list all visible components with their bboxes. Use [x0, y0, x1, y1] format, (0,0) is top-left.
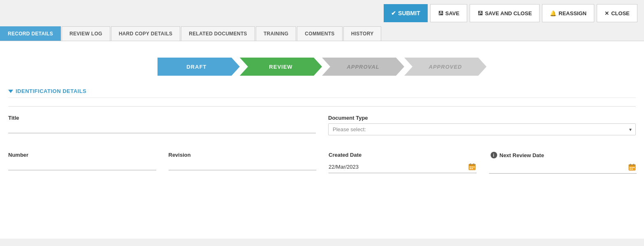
- tab-record-details[interactable]: RECORD DETAILS: [0, 26, 61, 41]
- svg-rect-16: [630, 169, 631, 169]
- title-input[interactable]: [8, 123, 316, 133]
- svg-rect-1: [469, 164, 475, 166]
- tab-history[interactable]: HISTORY: [343, 26, 382, 41]
- document-type-label: Document Type: [328, 115, 636, 121]
- number-label: Number: [8, 152, 156, 158]
- document-type-select-wrapper: Please select: ▾: [328, 123, 636, 135]
- document-type-select[interactable]: Please select:: [328, 123, 636, 135]
- svg-rect-3: [473, 163, 474, 165]
- title-field-group: Title: [8, 115, 316, 135]
- info-icon[interactable]: i: [491, 152, 497, 158]
- next-review-date-label-wrapper: i Next Review Date: [489, 152, 637, 158]
- submit-label: SUBMIT: [398, 10, 420, 16]
- pipeline-step-approved: APPROVED: [404, 58, 486, 76]
- toolbar: ✔ SUBMIT 🖫 SAVE 🖫 SAVE AND CLOSE 🔔 REASS…: [0, 0, 644, 26]
- title-label: Title: [8, 115, 316, 121]
- save-close-label: SAVE AND CLOSE: [485, 10, 532, 16]
- created-date-calendar-icon[interactable]: [468, 162, 477, 171]
- pipeline-step-approval: APPROVAL: [322, 58, 404, 76]
- reassign-button[interactable]: 🔔 REASSIGN: [542, 4, 594, 22]
- number-field-group: Number: [8, 152, 156, 174]
- svg-rect-2: [470, 163, 471, 165]
- svg-rect-15: [633, 167, 635, 168]
- created-date-label: Created Date: [329, 152, 477, 158]
- tab-training[interactable]: TRAINING: [256, 26, 296, 41]
- save-close-button[interactable]: 🖫 SAVE AND CLOSE: [470, 4, 540, 22]
- tab-related-documents[interactable]: RELATED DOCUMENTS: [181, 26, 255, 41]
- created-date-wrapper: 22/Mar/2023: [329, 160, 477, 173]
- form-row-number-revision-dates: Number Revision Created Date 22/Mar/2023: [8, 152, 636, 174]
- submit-button[interactable]: ✔ SUBMIT: [384, 4, 428, 22]
- svg-rect-14: [632, 167, 633, 168]
- save-close-icon: 🖫: [477, 10, 483, 16]
- number-input[interactable]: [8, 160, 156, 170]
- close-x-icon: ✕: [605, 10, 609, 16]
- svg-rect-4: [470, 167, 471, 167]
- document-type-field-group: Document Type Please select: ▾: [328, 115, 636, 135]
- next-review-date-label: Next Review Date: [500, 152, 544, 158]
- svg-rect-10: [629, 165, 635, 166]
- main-content: DRAFT REVIEW APPROVAL APPROVED IDENTIFIC…: [0, 41, 644, 239]
- identification-details-section: IDENTIFICATION DETAILS: [8, 88, 636, 98]
- close-label: CLOSE: [611, 10, 630, 16]
- created-date-value: 22/Mar/2023: [329, 164, 468, 170]
- check-icon: ✔: [391, 10, 396, 16]
- svg-rect-7: [470, 168, 471, 169]
- revision-label: Revision: [169, 152, 317, 158]
- status-pipeline: DRAFT REVIEW APPROVAL APPROVED: [137, 58, 507, 76]
- svg-rect-13: [630, 167, 631, 168]
- svg-rect-11: [630, 164, 631, 165]
- revision-input[interactable]: [169, 160, 317, 170]
- tab-hard-copy-details[interactable]: HARD COPY DETAILS: [111, 26, 181, 41]
- tab-review-log[interactable]: REVIEW LOG: [62, 26, 110, 41]
- save-button[interactable]: 🖫 SAVE: [430, 4, 467, 22]
- save-label: SAVE: [445, 10, 459, 16]
- tab-comments[interactable]: COMMENTS: [297, 26, 342, 41]
- section-title: IDENTIFICATION DETAILS: [16, 88, 86, 94]
- created-date-field-group: Created Date 22/Mar/2023: [329, 152, 477, 174]
- next-review-date-calendar-icon[interactable]: [628, 162, 637, 172]
- close-button[interactable]: ✕ CLOSE: [597, 4, 637, 22]
- save-icon: 🖫: [438, 10, 443, 16]
- svg-rect-5: [471, 167, 473, 167]
- tab-bar: RECORD DETAILS REVIEW LOG HARD COPY DETA…: [0, 26, 644, 41]
- reassign-label: REASSIGN: [558, 10, 586, 16]
- collapse-icon[interactable]: [8, 90, 13, 93]
- next-review-date-field-group: i Next Review Date: [489, 152, 637, 174]
- svg-rect-6: [473, 167, 475, 167]
- revision-field-group: Revision: [169, 152, 317, 174]
- pipeline-step-draft: DRAFT: [158, 58, 240, 76]
- svg-rect-8: [471, 168, 473, 169]
- svg-rect-12: [633, 164, 634, 165]
- svg-rect-17: [632, 169, 633, 169]
- next-review-date-wrapper: [489, 161, 637, 174]
- bell-icon: 🔔: [550, 10, 556, 16]
- pipeline-step-review: REVIEW: [240, 58, 322, 76]
- form-divider-1: [8, 106, 636, 107]
- form-row-title-doctype: Title Document Type Please select: ▾: [8, 115, 636, 135]
